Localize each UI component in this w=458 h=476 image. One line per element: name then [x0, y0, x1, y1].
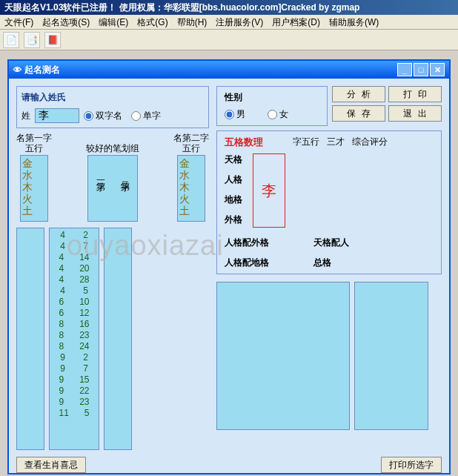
menu-file[interactable]: 文件(F) — [4, 16, 33, 27]
label-dige: 地格 — [225, 194, 242, 206]
stroke-pair-row[interactable]: 612 — [51, 308, 97, 319]
wuge-group: 五格数理 字五行 三才 综合评分 天格 人格 地格 外格 李 — [216, 130, 442, 274]
stroke-pair-row[interactable]: 97 — [51, 363, 97, 374]
radio-single-name[interactable]: 单字 — [131, 110, 161, 122]
save-button[interactable]: 保存 — [332, 105, 385, 122]
menu-format[interactable]: 格式(G) — [137, 16, 167, 27]
tab-sancai[interactable]: 三才 — [327, 136, 345, 148]
stroke-pair-row[interactable]: 115 — [51, 408, 97, 419]
wuxing-list-2[interactable]: 金 水 木 火 土 — [177, 155, 205, 222]
stroke-pair-row[interactable]: 915 — [51, 374, 97, 386]
tab-score[interactable]: 综合评分 — [352, 136, 388, 148]
label-renge-dige: 人格配地格 — [225, 257, 269, 269]
surname-label: 姓 — [21, 110, 30, 122]
stroke-header-box: 第一字 第二字 — [87, 155, 138, 222]
stroke-pair-row[interactable]: 414 — [51, 252, 97, 263]
stroke-pair-list[interactable]: 4247414420428456106128168238249297915922… — [49, 228, 99, 450]
result-box-left[interactable] — [216, 282, 350, 430]
stroke-group-label: 较好的笔划组 — [86, 143, 139, 153]
result-box-right[interactable] — [354, 282, 428, 430]
radio-male[interactable]: 男 — [225, 108, 245, 121]
surname-prompt: 请输入姓氏 — [21, 91, 204, 104]
col2-label-a: 名第二字 — [173, 133, 209, 143]
surname-input[interactable] — [35, 108, 79, 123]
label-tiange: 天格 — [225, 153, 242, 166]
tab-ziwuxing[interactable]: 字五行 — [293, 136, 319, 148]
toolbar-btn-2[interactable]: 📑 — [24, 32, 40, 48]
menu-edit[interactable]: 编辑(E) — [99, 16, 128, 27]
label-waige: 外格 — [225, 214, 242, 226]
close-button[interactable]: ✕ — [430, 63, 445, 76]
menu-profile[interactable]: 用户档案(D) — [272, 16, 320, 27]
label-zongge: 总格 — [313, 257, 331, 269]
toolbar: 📄 📑 📕 — [0, 30, 458, 50]
stroke-pair-row[interactable]: 923 — [51, 397, 97, 408]
char-list-1[interactable] — [16, 228, 44, 450]
stroke-pair-row[interactable]: 420 — [51, 263, 97, 274]
menu-help[interactable]: 帮助(H) — [177, 16, 208, 27]
menu-register[interactable]: 注册服务(V) — [216, 16, 263, 27]
stroke-pair-row[interactable]: 45 — [51, 285, 97, 297]
wuge-title: 五格数理 — [225, 136, 263, 149]
col1-label-a: 名第一字 — [16, 133, 52, 143]
maximize-button[interactable]: □ — [414, 63, 428, 76]
surname-group: 请输入姓氏 姓 双字名 单字 — [16, 86, 209, 128]
menu-bar: 文件(F) 起名选项(S) 编辑(E) 格式(G) 帮助(H) 注册服务(V) … — [0, 15, 458, 30]
inner-window: 👁 起名测名 _ □ ✕ 请输入姓氏 姓 双字名 单字 — [7, 59, 451, 475]
stroke-pair-row[interactable]: 47 — [51, 241, 97, 252]
col2-label-b: 五行 — [182, 143, 200, 153]
menu-aux[interactable]: 辅助服务(W) — [329, 16, 379, 27]
gender-label: 性别 — [225, 91, 319, 104]
name-display: 李 — [253, 153, 285, 228]
analyze-button[interactable]: 分析 — [332, 86, 385, 102]
stroke-pair-row[interactable]: 92 — [51, 352, 97, 363]
label-tiange-ren: 天格配人 — [313, 237, 349, 249]
radio-double-name[interactable]: 双字名 — [84, 110, 122, 122]
stroke-pair-row[interactable]: 428 — [51, 274, 97, 285]
label-renge: 人格 — [225, 173, 242, 186]
radio-female[interactable]: 女 — [268, 108, 288, 121]
stroke-pair-row[interactable]: 824 — [51, 341, 97, 352]
gender-group: 性别 男 女 — [216, 86, 328, 126]
stroke-pair-row[interactable]: 816 — [51, 319, 97, 330]
eye-icon: 👁 — [13, 65, 21, 74]
stroke-pair-row[interactable]: 922 — [51, 386, 97, 397]
toolbar-btn-3[interactable]: 📕 — [44, 32, 61, 48]
print-button[interactable]: 打印 — [388, 86, 442, 102]
stroke-pair-row[interactable]: 610 — [51, 297, 97, 308]
label-renge-waige: 人格配外格 — [225, 237, 269, 249]
print-selected-button[interactable]: 打印所选字 — [381, 457, 442, 473]
app-title: 天眼起名V1.03软件已注册！ 使用权属：华彩联盟[bbs.huacolor.c… — [4, 2, 359, 13]
stroke-pair-row[interactable]: 42 — [51, 230, 97, 241]
char-list-2[interactable] — [104, 228, 132, 450]
menu-options[interactable]: 起名选项(S) — [42, 16, 90, 27]
inner-window-title: 起名测名 — [24, 64, 60, 76]
wuxing-list-1[interactable]: 金 水 木 火 土 — [20, 155, 48, 222]
col1-label-b: 五行 — [25, 143, 43, 153]
exit-button[interactable]: 退出 — [388, 105, 442, 122]
stroke-pair-row[interactable]: 823 — [51, 330, 97, 341]
zodiac-button[interactable]: 查看生肖喜忌 — [16, 457, 86, 473]
minimize-button[interactable]: _ — [397, 63, 412, 76]
toolbar-btn-1[interactable]: 📄 — [3, 32, 19, 48]
